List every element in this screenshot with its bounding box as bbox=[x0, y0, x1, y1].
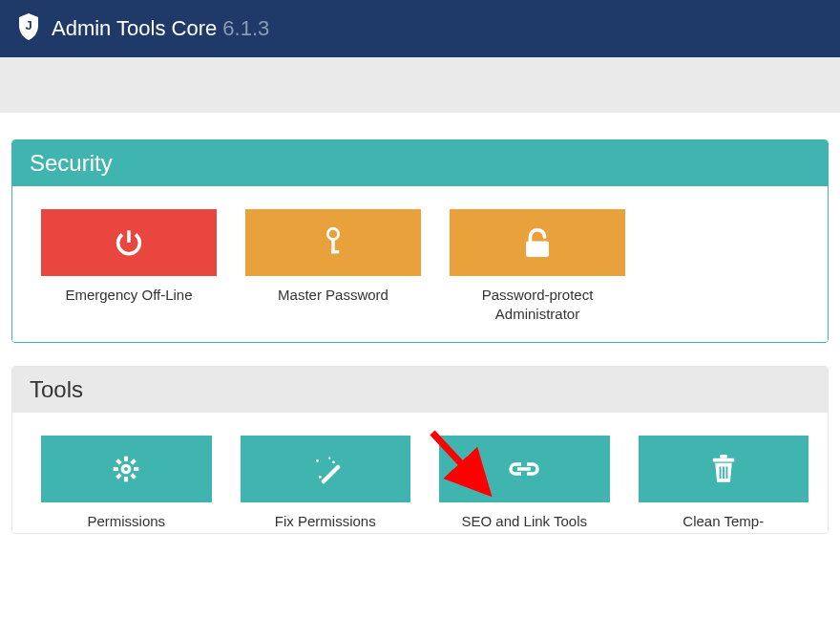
main-content: Security Emergency Off-Line bbox=[0, 113, 840, 534]
app-header: J Admin Tools Core 6.1.3 bbox=[0, 0, 840, 57]
sub-toolbar bbox=[0, 57, 840, 113]
svg-rect-3 bbox=[331, 250, 339, 253]
gear-icon bbox=[41, 436, 212, 502]
svg-rect-23 bbox=[725, 466, 727, 479]
svg-rect-9 bbox=[130, 458, 136, 465]
svg-rect-5 bbox=[124, 456, 128, 460]
master-password-tile[interactable]: Master Password bbox=[245, 209, 421, 325]
svg-rect-20 bbox=[720, 455, 727, 458]
key-icon bbox=[245, 209, 421, 276]
app-title: Admin Tools Core 6.1.3 bbox=[52, 16, 269, 41]
svg-rect-11 bbox=[116, 458, 122, 465]
security-panel: Security Emergency Off-Line bbox=[11, 139, 829, 343]
svg-rect-8 bbox=[134, 467, 138, 471]
svg-point-16 bbox=[319, 476, 322, 479]
tile-label: Emergency Off-Line bbox=[41, 286, 217, 305]
security-panel-title: Security bbox=[12, 140, 828, 186]
tools-panel-title: Tools bbox=[12, 367, 828, 413]
tile-label: SEO and Link Tools bbox=[439, 512, 610, 531]
svg-point-1 bbox=[327, 228, 338, 239]
svg-rect-22 bbox=[723, 466, 724, 479]
shield-logo-icon: J bbox=[17, 13, 40, 44]
svg-point-17 bbox=[328, 457, 330, 458]
trash-icon bbox=[639, 436, 809, 502]
svg-point-14 bbox=[316, 459, 319, 462]
svg-rect-21 bbox=[719, 466, 721, 479]
tile-label: Master Password bbox=[245, 286, 421, 305]
svg-rect-4 bbox=[526, 242, 549, 258]
password-protect-admin-tile[interactable]: Password-protect Administrator bbox=[450, 209, 625, 325]
svg-rect-10 bbox=[116, 473, 122, 479]
tools-panel: Tools bbox=[11, 366, 829, 534]
tile-label: Fix Permissions bbox=[241, 512, 411, 531]
svg-rect-12 bbox=[130, 473, 136, 479]
svg-point-15 bbox=[332, 460, 335, 463]
svg-rect-13 bbox=[321, 463, 341, 483]
svg-rect-19 bbox=[713, 458, 735, 461]
wand-icon bbox=[241, 436, 411, 502]
unlock-icon bbox=[450, 209, 625, 276]
tile-label: Password-protect Administrator bbox=[450, 286, 625, 325]
app-name: Admin Tools Core bbox=[52, 16, 217, 40]
permissions-tile[interactable]: Permissions bbox=[41, 436, 212, 531]
clean-temp-tile[interactable]: Clean Temp- bbox=[639, 436, 809, 531]
svg-rect-6 bbox=[124, 477, 128, 481]
fix-permissions-tile[interactable]: Fix Permissions bbox=[241, 436, 411, 531]
svg-text:J: J bbox=[25, 18, 32, 32]
seo-link-tools-tile[interactable]: SEO and Link Tools bbox=[439, 436, 610, 531]
svg-rect-7 bbox=[114, 467, 118, 471]
link-icon bbox=[439, 436, 610, 502]
tools-panel-body: Permissions Fix Permissions bbox=[12, 413, 828, 533]
app-version: 6.1.3 bbox=[222, 16, 269, 40]
emergency-offline-tile[interactable]: Emergency Off-Line bbox=[41, 209, 217, 325]
tile-label: Clean Temp- bbox=[639, 512, 809, 531]
security-panel-body: Emergency Off-Line Master Password bbox=[12, 186, 828, 342]
power-icon bbox=[41, 209, 217, 276]
tile-label: Permissions bbox=[41, 512, 212, 531]
